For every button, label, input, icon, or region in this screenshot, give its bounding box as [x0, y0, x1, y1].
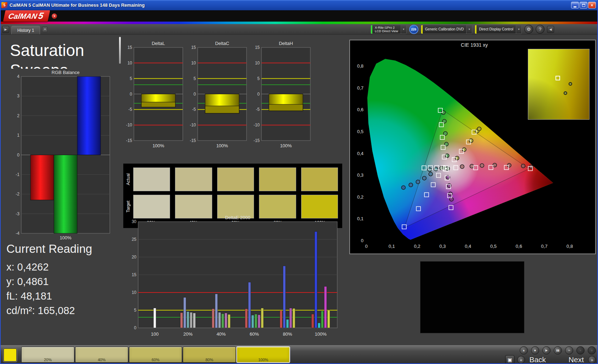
meter-label: X-Rite i1Pro 2 LCD Direct View [372, 25, 401, 34]
svg-text:CIE 1931 xy: CIE 1931 xy [461, 42, 488, 48]
arrow-left-icon: ◀ [549, 28, 552, 31]
svg-text:15: 15 [132, 272, 137, 277]
app-icon-glyph: 5 [4, 3, 6, 7]
svg-text:100: 100 [151, 331, 159, 337]
settings-button[interactable]: ⚙ [524, 25, 533, 34]
next-group: Next » [567, 356, 596, 364]
svg-text:0,6: 0,6 [516, 244, 522, 249]
saturation-swatch-20%[interactable]: 20% [21, 347, 74, 363]
tab-scroll-button[interactable]: ▶ [2, 26, 9, 33]
meter-caret: ▼ [401, 25, 406, 34]
caret-down-icon: ▼ [53, 15, 56, 17]
svg-text:0,3: 0,3 [439, 244, 446, 249]
chevrons-left-icon: « [520, 357, 523, 363]
logo-menu-button[interactable]: ▼ [52, 13, 57, 19]
stop-button[interactable]: ■ [531, 346, 539, 354]
collapse-panel-button[interactable]: ◀ [547, 26, 554, 33]
help-button[interactable]: ? [536, 25, 545, 34]
svg-text:100%: 100% [216, 143, 228, 148]
meter-selector[interactable]: X-Rite i1Pro 2 LCD Direct View ▼ [371, 25, 407, 34]
svg-text:60%: 60% [250, 331, 259, 337]
reading-fl: fL: 48,181 [6, 289, 92, 303]
arrow-right-icon: ▶ [5, 28, 7, 31]
inset-measured-point [564, 91, 567, 95]
svg-text:-10: -10 [126, 123, 132, 127]
svg-text:0: 0 [361, 238, 363, 243]
toolbar-right: X-Rite i1Pro 2 LCD Direct View ▼ 225 Gen… [371, 25, 554, 34]
next-chevron-button[interactable]: » [588, 356, 596, 364]
cie-chart-panel: CIE 1931 xy00,10,20,30,40,50,60,70,800,1… [349, 40, 596, 254]
svg-text:-10: -10 [254, 123, 260, 127]
actual-swatch [217, 167, 254, 191]
svg-text:10: 10 [255, 61, 260, 66]
standby-button[interactable]: ▣ [505, 355, 514, 364]
swatch-label: 20% [22, 358, 74, 362]
stop-frame-icon: ▣ [508, 357, 512, 363]
svg-text:-4: -4 [16, 231, 19, 236]
saturation-swatch-40%[interactable]: 40% [75, 347, 128, 363]
svg-text:0,4: 0,4 [357, 151, 363, 156]
svg-text:0,8: 0,8 [357, 63, 363, 69]
maximize-button[interactable] [580, 2, 587, 8]
minimize-button[interactable] [571, 2, 579, 8]
svg-text:5: 5 [134, 308, 136, 313]
saturation-swatch-80%[interactable]: 80% [183, 347, 236, 363]
svg-text:0,6: 0,6 [357, 107, 363, 112]
svg-text:-1: -1 [16, 172, 19, 177]
delta-l-chart: DeltaL151050-5-10-15100% [121, 40, 186, 150]
display-control-selector[interactable]: Direct Display Control ▼ [475, 25, 522, 34]
eject-button[interactable]: ▲ [520, 346, 528, 354]
add-tab-button[interactable]: + [42, 27, 47, 32]
svg-text:0,2: 0,2 [414, 244, 420, 249]
swatch-label: 40% [75, 358, 128, 362]
back-button[interactable]: Back [528, 356, 547, 364]
pause-button[interactable]: ▮▮ [554, 346, 562, 354]
current-reading-title: Current Reading [6, 242, 92, 256]
saturation-swatch-100%[interactable]: 100% [237, 347, 290, 363]
source-selector[interactable]: Generic Calibration DVD ▼ [421, 25, 473, 34]
svg-text:DeltaL: DeltaL [152, 41, 165, 46]
logo-bar: CalMAN 5 ▼ [0, 10, 598, 22]
rainbow-strip [0, 22, 598, 24]
rgb-balance-chart: RGB Balance43210-1-2-3-4100% [11, 69, 114, 242]
meter-badge-value: 225 [411, 28, 416, 31]
svg-text:0,5: 0,5 [357, 129, 363, 134]
cie-zoom-inset [528, 49, 589, 120]
play-button[interactable]: ▶ [542, 346, 551, 354]
delta-c-chart: DeltaC151050-5-10-15100% [185, 40, 249, 150]
svg-text:0: 0 [365, 244, 367, 249]
scrollbar-thumb[interactable] [119, 37, 121, 64]
saturation-swatch-60%[interactable]: 60% [129, 347, 182, 363]
title-bar: 5 CalMAN 5 CalMAN Ultimate for Business … [0, 0, 598, 10]
frame-button[interactable]: ◆ [588, 346, 596, 354]
reading-x: x: 0,4262 [6, 260, 92, 274]
svg-text:15: 15 [255, 45, 260, 50]
close-button[interactable]: × [588, 2, 596, 8]
svg-text:0: 0 [257, 92, 260, 97]
record-button[interactable]: ● [576, 346, 585, 354]
tab-history-1[interactable]: History 1 [11, 26, 40, 34]
gear-icon: ⚙ [527, 27, 531, 32]
svg-text:DeltaE 2000: DeltaE 2000 [225, 215, 250, 220]
actual-swatch [301, 167, 338, 191]
calman-window: 5 CalMAN 5 CalMAN Ultimate for Business … [0, 0, 598, 364]
actual-swatch [175, 167, 212, 191]
svg-text:2: 2 [17, 113, 19, 118]
back-chevron-button[interactable]: « [517, 356, 525, 364]
svg-text:-15: -15 [254, 138, 260, 143]
next-button[interactable]: Next [567, 356, 585, 364]
meter-badge[interactable]: 225 [409, 25, 418, 34]
svg-text:-5: -5 [128, 107, 132, 112]
svg-text:10: 10 [132, 290, 137, 295]
svg-text:0,5: 0,5 [490, 244, 497, 249]
actual-swatch [259, 167, 296, 191]
swatch-label: 80% [183, 358, 236, 362]
loop-button[interactable]: ∞ [565, 346, 573, 354]
source-label-text: Generic Calibration DVD [425, 28, 464, 31]
swatch-label: 100% [237, 358, 289, 362]
svg-text:40%: 40% [216, 331, 226, 337]
display-label-text: Direct Display Control [479, 28, 513, 31]
transport-row: ▲■▶▮▮∞●◆ [505, 346, 596, 354]
svg-text:5: 5 [130, 76, 132, 81]
svg-text:20: 20 [132, 255, 137, 260]
